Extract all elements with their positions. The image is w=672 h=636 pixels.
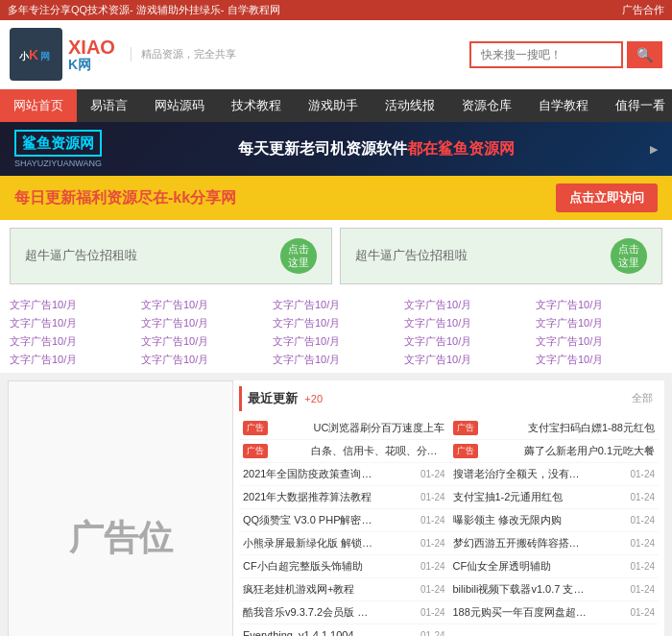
search-button[interactable]: 🔍: [627, 41, 662, 68]
list-item: 2021年全国防疫政策查询源码 01-24: [239, 463, 449, 486]
list-item: 广告 薅了么新老用户0.1元吃大餐: [449, 440, 660, 463]
search-input[interactable]: [469, 41, 623, 68]
list-item-date: 01-24: [630, 561, 655, 572]
text-link-12[interactable]: 文字广告10/月: [141, 333, 268, 350]
nav: 网站首页 易语言 网站源码 技术教程 游戏助手 活动线报 资源仓库 自学教程 值…: [0, 89, 672, 122]
list-item-date: 01-24: [630, 515, 655, 526]
logo-subtitle: K网: [68, 58, 115, 72]
list-item-title[interactable]: 支付宝扫码白嫖1-88元红包: [528, 421, 655, 435]
list-item-date: 01-24: [630, 584, 655, 595]
nav-item-ziyuan[interactable]: 资源仓库: [448, 89, 525, 122]
nav-item-yuanma[interactable]: 网站源码: [141, 89, 218, 122]
list-item: 2021年大数据推荐算法教程 01-24: [239, 486, 449, 509]
shark-banner[interactable]: 鲨鱼资源网 SHAYUZIYUANWANG 每天更新老司机资源软件都在鲨鱼资源网…: [0, 122, 672, 176]
list-item-title[interactable]: 酷我音乐v9.3.7.2会员版 免费下载音乐: [243, 605, 377, 620]
text-link-20[interactable]: 文字广告10/月: [536, 352, 662, 368]
list-item: 广告 支付宝扫码白嫖1-88元红包: [449, 417, 660, 440]
ad-slot-left[interactable]: 超牛逼广告位招租啦 点击这里: [10, 228, 332, 284]
list-item: CF小白超完整版头饰辅助 01-24: [239, 555, 449, 578]
list-item: 广告 白条、信用卡、花呗、分期乐套现: [239, 440, 449, 463]
nav-item-youxi[interactable]: 游戏助手: [295, 89, 372, 122]
list-item-title[interactable]: Everything_v1.4.1.1004 文件搜索工具: [243, 628, 377, 636]
text-link-17[interactable]: 文字广告10/月: [141, 352, 268, 368]
list-item-title[interactable]: QQ须赞宝 V3.0 PHP解密版源码: [243, 513, 377, 527]
text-link-11[interactable]: 文字广告10/月: [10, 333, 136, 350]
list-item-title[interactable]: UC浏览器刷分百万速度上车: [314, 421, 445, 435]
svg-text:K: K: [29, 47, 38, 62]
list-item-date: 01-24: [420, 584, 445, 595]
text-link-2[interactable]: 文字广告10/月: [141, 297, 268, 313]
ad-slot-left-text: 超牛逼广告位招租啦: [25, 247, 137, 264]
shark-right: ▶: [650, 143, 658, 156]
list-item-title[interactable]: 曝影领主 修改无限内购: [453, 513, 562, 527]
text-link-14[interactable]: 文字广告10/月: [404, 333, 531, 350]
list-item-date: 01-24: [420, 607, 445, 618]
list-item: QQ须赞宝 V3.0 PHP解密版源码 01-24: [239, 509, 449, 532]
top-bar-left: 多年专注分享QQ技术资源- 游戏辅助外挂绿乐- 自学教程网: [8, 3, 280, 17]
kk-banner[interactable]: 每日更新福利资源尽在-kk分享网 点击立即访问: [0, 176, 672, 220]
section-count: +20: [304, 393, 323, 404]
text-link-15[interactable]: 文字广告10/月: [536, 333, 662, 350]
list-item-title[interactable]: 梦幻西游五开搬砖阵容搭配分享: [453, 536, 588, 550]
list-item-title[interactable]: 188元购买一年百度网盘超级会员 秒到: [453, 605, 588, 620]
ad-slot-right-btn[interactable]: 点击这里: [611, 238, 647, 274]
text-link-4[interactable]: 文字广告10/月: [404, 297, 531, 313]
list-item-date: 01-24: [420, 515, 445, 526]
ad-slot-left-btn[interactable]: 点击这里: [280, 238, 317, 274]
nav-item-yiyuyan[interactable]: 易语言: [77, 89, 141, 122]
text-link-7[interactable]: 文字广告10/月: [141, 315, 268, 331]
section-header: 最近更新 +20 全部: [239, 386, 659, 411]
text-link-3[interactable]: 文字广告10/月: [273, 297, 399, 313]
text-links-area: 文字广告10/月 文字广告10/月 文字广告10/月 文字广告10/月 文字广告…: [0, 292, 672, 373]
nav-item-jishu[interactable]: 技术教程: [218, 89, 295, 122]
list-item-title[interactable]: 支付宝抽1-2元通用红包: [453, 490, 564, 504]
list-item-title[interactable]: 2021年大数据推荐算法教程: [243, 490, 372, 504]
text-link-5[interactable]: 文字广告10/月: [536, 297, 662, 313]
list-item-title[interactable]: 疯狂老娃机游戏网+教程: [243, 582, 354, 597]
svg-text:网: 网: [40, 51, 50, 61]
text-link-9[interactable]: 文字广告10/月: [404, 315, 531, 331]
list-item-title[interactable]: CF仙女全屏透明辅助: [453, 559, 552, 574]
nav-item-huodong[interactable]: 活动线报: [372, 89, 448, 122]
section-all-link[interactable]: 全部: [632, 391, 653, 405]
text-link-19[interactable]: 文字广告10/月: [404, 352, 531, 368]
text-link-8[interactable]: 文字广告10/月: [273, 315, 399, 331]
nav-item-zixue[interactable]: 自学教程: [525, 89, 602, 122]
section-title: 最近更新: [248, 391, 298, 405]
list-item-badge: 广告: [243, 421, 268, 435]
text-link-6[interactable]: 文字广告10/月: [10, 315, 136, 331]
list-item-date: 01-24: [420, 630, 445, 636]
right-content: 最近更新 +20 全部 广告 UC浏览器刷分百万速度上车 广告 支付宝扫码白嫖1…: [233, 380, 664, 636]
text-link-13[interactable]: 文字广告10/月: [273, 333, 399, 350]
list-item-title[interactable]: CF小白超完整版头饰辅助: [243, 559, 363, 574]
list-item: 疯狂老娃机游戏网+教程 01-24: [239, 578, 449, 601]
text-link-18[interactable]: 文字广告10/月: [273, 352, 399, 368]
shark-logo-sub: SHAYUZIYUANWANG: [14, 159, 102, 168]
list-item-title[interactable]: 白条、信用卡、花呗、分期乐套现: [311, 444, 445, 458]
list-item: 支付宝抽1-2元通用红包 01-24: [449, 486, 660, 509]
list-item-title[interactable]: 搜谱老治疗全额天，没有方向: [453, 467, 588, 481]
list-item-title[interactable]: bilibili视频下载器v1.0.7 支持4K超清: [453, 582, 588, 597]
list-item-title[interactable]: 2021年全国防疫政策查询源码: [243, 467, 377, 481]
list-item: bilibili视频下载器v1.0.7 支持4K超清 01-24: [449, 578, 660, 601]
kk-visit-button[interactable]: 点击立即访问: [556, 183, 658, 212]
list-item-date: 01-24: [630, 492, 655, 502]
text-link-16[interactable]: 文字广告10/月: [10, 352, 136, 368]
nav-item-zhide1[interactable]: 值得一看: [602, 89, 672, 122]
list-item: 搜谱老治疗全额天，没有方向 01-24: [449, 463, 660, 486]
sidebar-ad-text: 广告位: [69, 515, 173, 562]
list-item: Everything_v1.4.1.1004 文件搜索工具 01-24: [239, 624, 449, 636]
text-link-10[interactable]: 文字广告10/月: [536, 315, 662, 331]
list-item: 小熊录屏最新绿化版 解锁高级会员 01-24: [239, 532, 449, 555]
list-item: 广告 UC浏览器刷分百万速度上车: [239, 417, 449, 440]
text-link-1[interactable]: 文字广告10/月: [10, 297, 136, 313]
list-item-title[interactable]: 薅了么新老用户0.1元吃大餐: [524, 444, 655, 458]
ad-slot-right[interactable]: 超牛逼广告位招租啦 点击这里: [340, 228, 662, 284]
nav-item-home[interactable]: 网站首页: [0, 89, 77, 122]
logo-icon: 小 K 网: [10, 28, 62, 81]
list-item-title[interactable]: 小熊录屏最新绿化版 解锁高级会员: [243, 536, 377, 550]
kk-banner-text: 每日更新福利资源尽在-kk分享网: [14, 188, 236, 208]
top-bar-right[interactable]: 广告合作: [622, 3, 664, 17]
list-item-date: 01-24: [420, 469, 445, 479]
list-item-date: 01-24: [630, 469, 655, 479]
